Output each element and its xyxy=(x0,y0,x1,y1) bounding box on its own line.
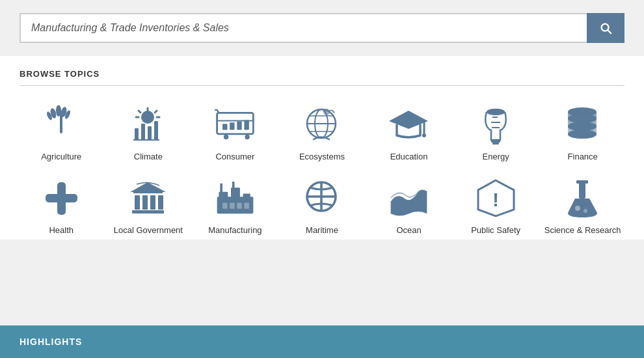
svg-line-10 xyxy=(139,111,141,113)
svg-point-70 xyxy=(575,206,580,211)
health-label: Health xyxy=(49,225,74,236)
energy-icon xyxy=(470,102,522,148)
energy-label: Energy xyxy=(483,152,509,163)
ecosystems-icon xyxy=(296,102,348,148)
svg-rect-60 xyxy=(230,203,234,209)
public-safety-icon: ! xyxy=(470,176,522,221)
topic-item-maritime[interactable]: Maritime xyxy=(280,172,364,240)
ocean-icon xyxy=(383,176,435,221)
svg-rect-40 xyxy=(491,140,500,143)
top-bar xyxy=(0,0,644,56)
topic-item-agriculture[interactable]: Agriculture xyxy=(20,99,103,166)
svg-point-36 xyxy=(487,109,505,115)
consumer-label: Consumer xyxy=(215,152,254,163)
svg-rect-15 xyxy=(154,121,158,140)
health-icon xyxy=(35,176,87,221)
topic-item-ecosystems[interactable]: Ecosystems xyxy=(280,99,364,166)
search-icon xyxy=(598,21,613,35)
search-container xyxy=(20,13,624,43)
maritime-icon xyxy=(296,176,348,221)
manufacturing-label: Manufacturing xyxy=(208,225,262,236)
svg-rect-3 xyxy=(60,111,62,133)
svg-rect-12 xyxy=(135,128,139,140)
svg-rect-21 xyxy=(230,122,234,130)
finance-label: Finance xyxy=(568,152,598,163)
topic-item-science-research[interactable]: Science & Research xyxy=(541,172,624,240)
browse-topics-title: BROWSE TOPICS xyxy=(20,69,624,86)
svg-rect-69 xyxy=(576,180,588,184)
topic-item-manufacturing[interactable]: Manufacturing xyxy=(193,172,277,240)
main-content: BROWSE TOPICS Agriculture xyxy=(0,56,644,240)
education-icon xyxy=(383,102,435,148)
svg-rect-49 xyxy=(135,195,140,210)
svg-rect-51 xyxy=(150,195,155,210)
highlights-title: HIGHLIGHTS xyxy=(20,337,82,347)
topic-item-finance[interactable]: Finance xyxy=(541,99,624,166)
svg-rect-22 xyxy=(237,121,241,130)
climate-label: Climate xyxy=(134,152,163,163)
svg-marker-32 xyxy=(389,111,428,129)
ecosystems-label: Ecosystems xyxy=(299,152,345,163)
svg-point-24 xyxy=(224,135,228,139)
svg-line-8 xyxy=(155,111,157,113)
svg-point-71 xyxy=(584,209,587,213)
highlights-bar: HIGHLIGHTS xyxy=(0,325,644,358)
svg-rect-41 xyxy=(492,143,499,145)
svg-point-6 xyxy=(141,111,154,124)
science-research-icon xyxy=(557,176,609,221)
svg-rect-58 xyxy=(232,182,235,189)
local-government-icon xyxy=(122,176,174,221)
svg-point-34 xyxy=(422,133,426,137)
topic-item-consumer[interactable]: Consumer xyxy=(193,99,277,166)
svg-point-31 xyxy=(323,109,330,115)
svg-rect-48 xyxy=(132,210,164,213)
svg-rect-56 xyxy=(243,194,250,199)
topic-item-energy[interactable]: Energy xyxy=(454,99,538,166)
svg-rect-62 xyxy=(244,203,248,209)
svg-rect-59 xyxy=(222,203,227,209)
svg-rect-50 xyxy=(142,195,148,210)
education-label: Education xyxy=(390,152,428,163)
topic-item-ocean[interactable]: Ocean xyxy=(367,172,451,240)
svg-rect-20 xyxy=(222,124,227,130)
public-safety-label: Public Safety xyxy=(471,225,520,236)
svg-rect-55 xyxy=(231,188,240,199)
topics-grid: Agriculture Climate xyxy=(20,99,624,240)
svg-text:!: ! xyxy=(492,189,499,210)
topic-item-public-safety[interactable]: ! Public Safety xyxy=(454,172,538,240)
svg-rect-23 xyxy=(244,120,248,130)
svg-rect-47 xyxy=(46,194,77,202)
agriculture-icon xyxy=(35,102,87,148)
science-research-label: Science & Research xyxy=(544,225,621,236)
topic-item-education[interactable]: Education xyxy=(367,99,451,166)
svg-rect-13 xyxy=(141,124,145,140)
maritime-label: Maritime xyxy=(306,225,338,236)
svg-rect-57 xyxy=(220,184,222,193)
topic-item-health[interactable]: Health xyxy=(20,172,103,240)
search-button[interactable] xyxy=(587,13,624,43)
topic-item-climate[interactable]: Climate xyxy=(107,99,191,166)
finance-icon xyxy=(557,102,609,148)
search-input[interactable] xyxy=(20,13,587,43)
svg-rect-52 xyxy=(158,195,163,210)
agriculture-label: Agriculture xyxy=(41,152,81,163)
consumer-icon xyxy=(209,102,261,148)
svg-rect-14 xyxy=(148,126,152,140)
svg-point-25 xyxy=(245,135,249,139)
svg-point-45 xyxy=(568,130,597,139)
manufacturing-icon xyxy=(209,176,261,221)
topic-item-local-government[interactable]: Local Government xyxy=(107,172,191,240)
ocean-label: Ocean xyxy=(396,225,421,236)
climate-icon xyxy=(122,102,174,148)
svg-rect-61 xyxy=(237,203,241,209)
local-government-label: Local Government xyxy=(114,225,183,236)
